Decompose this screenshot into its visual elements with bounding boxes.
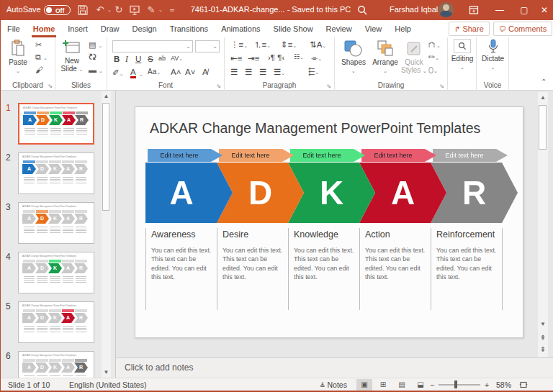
tab-review[interactable]: Review: [320, 20, 359, 37]
fit-slide-to-window-icon[interactable]: [519, 380, 528, 389]
slide-title-text[interactable]: ADKAR Change Management PowerPoint Templ…: [150, 120, 480, 137]
text-direction-button[interactable]: ⌯⌄: [311, 53, 322, 63]
bullets-button[interactable]: ⋮≡⌄: [230, 40, 248, 50]
redo-icon[interactable]: ↻: [112, 3, 126, 17]
language-indicator[interactable]: English (United States): [69, 380, 146, 389]
notes-toggle-button[interactable]: ≜ Notes: [320, 380, 347, 389]
strikethrough-button[interactable]: S: [148, 55, 153, 63]
change-case-button[interactable]: Aa⌄: [148, 68, 161, 76]
step-banner-4[interactable]: Edit text here: [361, 149, 436, 162]
paragraph-dialog-launcher-icon[interactable]: ⇘: [326, 83, 331, 89]
user-name[interactable]: Farshad Iqbal: [390, 5, 438, 14]
slide-canvas[interactable]: ADKAR Change Management PowerPoint Templ…: [135, 106, 523, 338]
zoom-out-button[interactable]: −: [430, 380, 434, 389]
step-column-5[interactable]: ReinforcementYou can edit this text. Thi…: [436, 229, 498, 281]
ribbon-display-options-icon[interactable]: [463, 0, 485, 20]
close-button[interactable]: ✕: [534, 0, 553, 20]
tab-animations[interactable]: Animations: [215, 20, 266, 37]
comments-button[interactable]: 🗩Comments: [493, 22, 552, 36]
justify-button[interactable]: ☰⌄: [274, 67, 285, 77]
thumbnail-scroll-down-icon[interactable]: ▼: [102, 369, 111, 375]
font-size-combobox[interactable]: ⌄: [195, 40, 220, 53]
font-color-button[interactable]: A: [130, 68, 136, 78]
tab-help[interactable]: Help: [388, 20, 418, 37]
slide-sorter-view-button[interactable]: ⊞: [375, 379, 391, 391]
align-center-button[interactable]: ☰: [245, 67, 252, 77]
new-slide-button[interactable]: NewSlide ⌄: [58, 40, 86, 73]
tab-transitions[interactable]: Transitions: [163, 20, 215, 37]
slide-thumbnail-6[interactable]: ADKAR Change Management PowerPoint Templ…: [18, 351, 94, 378]
text-shadow-button[interactable]: ab: [158, 55, 166, 62]
bold-button[interactable]: B: [114, 55, 120, 63]
tab-slide-show[interactable]: Slide Show: [267, 20, 320, 37]
align-left-button[interactable]: ☰: [230, 67, 238, 77]
search-icon[interactable]: [355, 3, 369, 17]
step-banner-2[interactable]: Edit text here: [219, 149, 294, 162]
thumbnail-scroll-up-icon[interactable]: ▲: [102, 93, 111, 99]
shapes-button[interactable]: Shapes⌄: [339, 40, 368, 74]
editor-scrollbar-thumb[interactable]: [539, 105, 547, 150]
line-spacing-button[interactable]: ⇕≡⌄: [281, 40, 297, 50]
align-right-button[interactable]: ☰: [259, 67, 266, 77]
clear-formatting-button[interactable]: A̸: [202, 68, 208, 76]
slide-thumbnail-4[interactable]: ADKAR Change Management PowerPoint Templ…: [18, 252, 94, 293]
share-button[interactable]: ↱Share: [449, 22, 490, 36]
convert-smartart-button[interactable]: ⬱⌄: [308, 67, 319, 76]
zoom-level-indicator[interactable]: 58%: [496, 380, 511, 389]
increase-indent-button[interactable]: ⇥≡: [248, 53, 259, 63]
quick-styles-button[interactable]: QuickStyles ⌄: [401, 40, 427, 74]
step-column-2[interactable]: DesireYou can edit this text. This text …: [222, 229, 284, 281]
tab-insert[interactable]: Insert: [61, 20, 94, 37]
grow-font-button[interactable]: A˄: [171, 68, 181, 76]
clipboard-dialog-launcher-icon[interactable]: ⇘: [48, 83, 53, 89]
slide-number-indicator[interactable]: Slide 1 of 10: [8, 380, 50, 389]
start-presentation-icon[interactable]: [127, 3, 142, 17]
copy-icon[interactable]: ⧉ ⌄: [35, 53, 48, 62]
slide-thumbnail-3[interactable]: ADKAR Change Management PowerPoint Templ…: [18, 202, 94, 244]
thumbnail-scrollbar-thumb[interactable]: [102, 103, 109, 211]
shape-effects-icon[interactable]: ⬯⌄: [428, 65, 438, 75]
font-dialog-launcher-icon[interactable]: ⇘: [216, 83, 221, 89]
step-body-text[interactable]: You can edit this text. This text can be…: [222, 246, 284, 281]
step-banner-3[interactable]: Edit text here: [290, 149, 365, 162]
tab-view[interactable]: View: [359, 20, 389, 37]
user-avatar[interactable]: [439, 2, 454, 17]
step-column-4[interactable]: ActionYou can edit this text. This text …: [365, 229, 427, 281]
zoom-slider-track[interactable]: [439, 384, 480, 386]
zoom-slider-thumb[interactable]: [454, 380, 457, 388]
tab-home[interactable]: Home: [27, 20, 62, 37]
reading-view-button[interactable]: ▤: [394, 379, 410, 391]
shape-outline-icon[interactable]: ✏⌄: [428, 53, 439, 62]
columns-button[interactable]: ☷⌄: [294, 53, 304, 60]
format-painter-icon[interactable]: 🖌: [35, 65, 43, 74]
previous-slide-button[interactable]: ⇞: [538, 334, 548, 342]
dictate-button[interactable]: Dictate⌄: [480, 39, 506, 70]
decrease-indent-button[interactable]: ⇤≡: [230, 53, 242, 63]
step-column-1[interactable]: AwarenessYou can edit this text. This te…: [151, 229, 213, 281]
step-body-text[interactable]: You can edit this text. This text can be…: [436, 246, 498, 281]
editor-scrollbar[interactable]: ▲ ▼ ⇞ ⇟: [538, 92, 548, 357]
editing-button[interactable]: Editing⌄: [451, 39, 474, 70]
tab-draw[interactable]: Draw: [94, 20, 126, 37]
notes-placeholder[interactable]: Click to add notes: [125, 363, 193, 373]
layout-icon[interactable]: ▤ ⌄: [89, 40, 102, 50]
thumbnail-scrollbar[interactable]: ▲ ▼: [102, 91, 111, 378]
paragraph-marks-button[interactable]: ›¶ ¶‹: [268, 53, 284, 62]
sort-text-button[interactable]: ⇅A⌄: [310, 40, 326, 50]
collapse-ribbon-icon[interactable]: ⌃: [541, 78, 547, 86]
cut-icon[interactable]: ✂: [35, 40, 42, 50]
font-color-dropdown-icon[interactable]: ⌄: [139, 72, 143, 78]
slide-thumbnail-1[interactable]: ADKAR Change Management PowerPoint Templ…: [18, 103, 94, 145]
minimize-button[interactable]: —: [489, 0, 511, 20]
editor-scroll-up-icon[interactable]: ▲: [538, 94, 548, 101]
italic-button[interactable]: I: [125, 55, 128, 63]
step-banner-5[interactable]: Edit text here: [433, 149, 508, 162]
drawing-dialog-launcher-icon[interactable]: ⇘: [439, 83, 444, 89]
step-body-text[interactable]: You can edit this text. This text can be…: [151, 246, 213, 281]
shape-fill-icon[interactable]: ⛫⌄: [428, 40, 441, 49]
next-slide-button[interactable]: ⇟: [538, 345, 548, 353]
step-body-text[interactable]: You can edit this text. This text can be…: [294, 246, 356, 281]
arrange-button[interactable]: Arrange⌄: [369, 40, 401, 74]
paste-button[interactable]: Paste⌄: [5, 40, 31, 74]
step-chevron-1[interactable]: A: [145, 163, 233, 223]
